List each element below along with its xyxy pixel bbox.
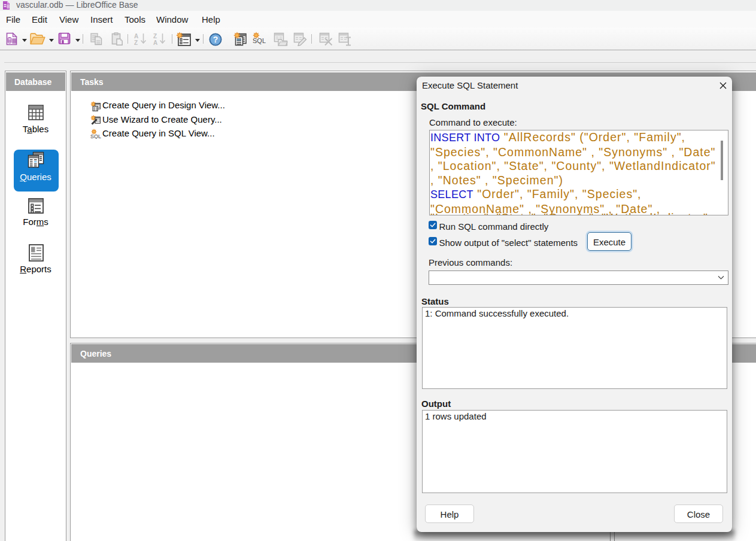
svg-text:Z: Z xyxy=(153,33,157,39)
svg-text:A: A xyxy=(153,39,157,45)
svg-text:Z: Z xyxy=(134,39,138,45)
svg-text:SQL: SQL xyxy=(90,133,101,139)
svg-text:?: ? xyxy=(213,35,218,44)
svg-text:A: A xyxy=(134,33,138,39)
svg-text:SQL: SQL xyxy=(253,37,266,44)
